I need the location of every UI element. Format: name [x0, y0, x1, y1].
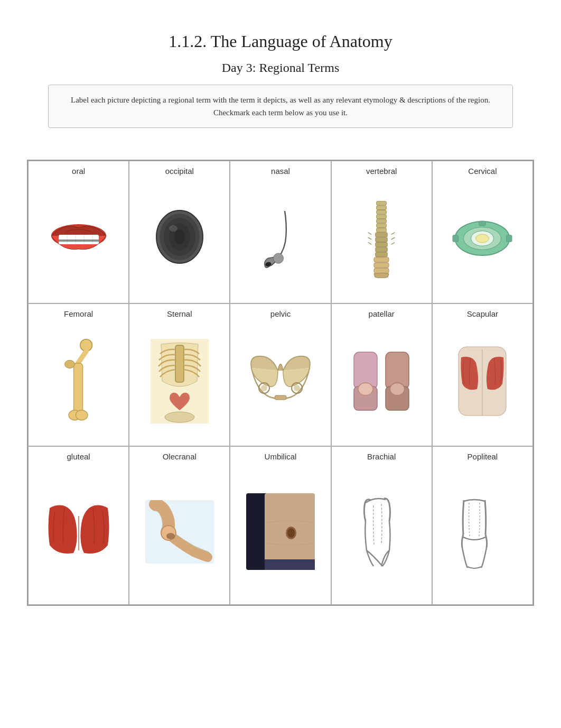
- image-gluteal: [32, 466, 125, 597]
- cell-oral: oral: [28, 161, 129, 303]
- cell-umbilical: Umbilical: [230, 446, 331, 605]
- label-occipital: occipital: [165, 167, 194, 176]
- svg-point-48: [64, 360, 74, 368]
- cell-scapular: Scapular: [432, 303, 533, 446]
- cell-olecranal: Olecranal: [129, 446, 230, 605]
- label-sternal: Sternal: [167, 309, 192, 318]
- image-occipital: [133, 181, 226, 296]
- image-oral: [32, 181, 125, 296]
- image-patellar: [335, 324, 428, 438]
- label-oral: oral: [72, 167, 85, 176]
- page-container: 1.1.2. The Language of Anatomy Day 3: Re…: [0, 0, 561, 627]
- svg-rect-16: [377, 201, 387, 205]
- instructions-text: Label each picture depicting a regional …: [71, 96, 490, 117]
- svg-point-13: [169, 225, 177, 232]
- svg-rect-27: [376, 252, 388, 256]
- svg-point-60: [358, 383, 373, 395]
- svg-point-61: [390, 383, 405, 395]
- svg-rect-23: [376, 232, 388, 236]
- svg-line-31: [368, 232, 372, 234]
- svg-point-47: [76, 410, 88, 420]
- svg-rect-49: [175, 345, 184, 382]
- label-gluteal: gluteal: [67, 452, 90, 461]
- svg-rect-6: [59, 239, 99, 242]
- label-patellar: patellar: [369, 309, 395, 318]
- svg-point-52: [261, 385, 267, 391]
- label-nasal: nasal: [271, 167, 290, 176]
- page-title: 1.1.2. The Language of Anatomy: [21, 32, 540, 51]
- svg-rect-20: [377, 219, 387, 223]
- svg-rect-28: [374, 257, 389, 262]
- svg-rect-24: [376, 237, 388, 242]
- svg-line-35: [368, 242, 372, 244]
- cell-nasal: nasal: [230, 161, 331, 303]
- svg-point-15: [273, 253, 283, 263]
- anatomy-grid: oral: [27, 160, 534, 606]
- svg-rect-26: [376, 247, 388, 251]
- label-popliteal: Popliteal: [467, 452, 498, 461]
- cell-femoral: Femoral: [28, 303, 129, 446]
- instructions-box: Label each picture depicting a regional …: [48, 85, 513, 128]
- cell-gluteal: gluteal: [28, 446, 129, 605]
- svg-rect-29: [374, 262, 389, 267]
- label-pelvic: pelvic: [270, 309, 291, 318]
- svg-point-50: [165, 412, 194, 422]
- image-popliteal: [436, 466, 529, 597]
- svg-point-71: [287, 528, 295, 538]
- svg-rect-22: [377, 228, 387, 232]
- svg-point-54: [294, 385, 300, 391]
- svg-rect-42: [453, 235, 459, 241]
- svg-rect-45: [73, 363, 82, 413]
- svg-rect-21: [377, 223, 387, 227]
- svg-line-36: [391, 242, 395, 244]
- image-sternal: [133, 324, 226, 438]
- label-cervical: Cervical: [468, 167, 497, 176]
- svg-rect-25: [376, 242, 388, 246]
- label-umbilical: Umbilical: [265, 452, 297, 461]
- svg-rect-30: [374, 268, 389, 273]
- image-nasal: [233, 181, 327, 296]
- image-umbilical: [233, 466, 327, 597]
- label-femoral: Femoral: [64, 309, 93, 318]
- label-brachial: Brachial: [367, 452, 396, 461]
- svg-rect-55: [275, 395, 286, 400]
- svg-rect-68: [246, 493, 267, 570]
- svg-point-12: [174, 229, 185, 244]
- image-cervical: [436, 181, 529, 296]
- svg-line-33: [368, 237, 372, 239]
- svg-rect-19: [377, 215, 387, 219]
- svg-point-40: [476, 234, 489, 243]
- cell-patellar: patellar: [331, 303, 432, 446]
- cell-vertebral: vertebral: [331, 161, 432, 303]
- image-brachial: [335, 466, 428, 597]
- cell-occipital: occipital: [129, 161, 230, 303]
- cell-cervical: Cervical: [432, 161, 533, 303]
- cell-sternal: Sternal: [129, 303, 230, 446]
- page-subtitle: Day 3: Regional Terms: [21, 61, 540, 75]
- svg-line-34: [391, 237, 395, 239]
- image-olecranal: [133, 466, 226, 597]
- label-scapular: Scapular: [467, 309, 498, 318]
- svg-line-32: [391, 232, 395, 234]
- image-scapular: [436, 324, 529, 438]
- image-pelvic: [233, 324, 327, 438]
- image-vertebral: [335, 181, 428, 296]
- image-femoral: [32, 324, 125, 438]
- svg-rect-72: [265, 559, 315, 570]
- cell-popliteal: Popliteal: [432, 446, 533, 605]
- svg-point-67: [166, 533, 175, 539]
- label-olecranal: Olecranal: [163, 452, 197, 461]
- label-vertebral: vertebral: [366, 167, 397, 176]
- svg-rect-18: [377, 210, 387, 214]
- cell-brachial: Brachial: [331, 446, 432, 605]
- svg-rect-41: [479, 221, 485, 226]
- svg-rect-17: [377, 206, 387, 210]
- svg-rect-43: [507, 235, 512, 241]
- cell-pelvic: pelvic: [230, 303, 331, 446]
